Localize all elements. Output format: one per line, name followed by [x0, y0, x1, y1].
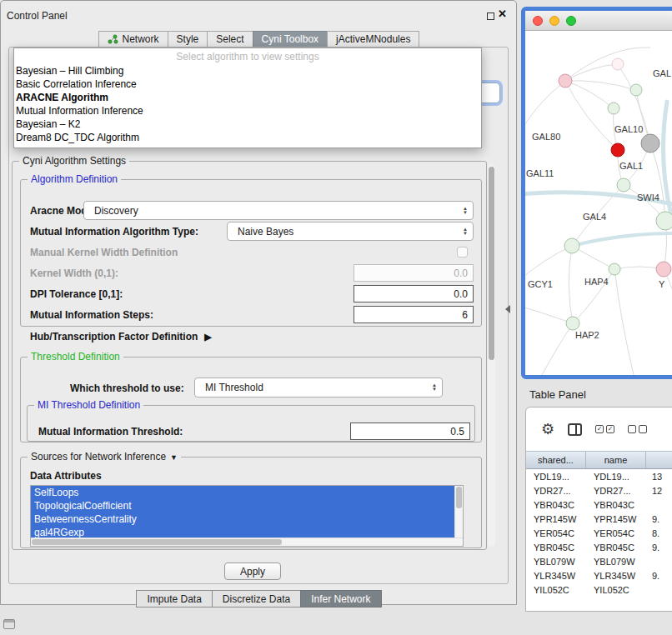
algorithm-option-basic-correlation-inference[interactable]: Basic Correlation Inference: [14, 78, 481, 91]
table-row[interactable]: YLR345WYLR345W9.: [526, 568, 672, 582]
mi-threshold-field[interactable]: 0.5: [350, 422, 470, 440]
sources-group-toggle[interactable]: Sources for Network Inference▼: [28, 451, 181, 462]
column-header-extra[interactable]: [646, 452, 672, 468]
settings-scrollbar-thumb[interactable]: [489, 167, 494, 360]
tab-jactivemnodules[interactable]: jActiveMNodules: [327, 31, 419, 48]
apply-button[interactable]: Apply: [224, 562, 281, 580]
threshold-definition-title: Threshold Definition: [28, 351, 123, 362]
table-cell: YBR043C: [526, 500, 586, 510]
network-node-label: GCY1: [528, 279, 553, 289]
network-window-titlebar[interactable]: [525, 11, 672, 31]
network-node[interactable]: [564, 238, 579, 253]
tab-select[interactable]: Select: [207, 31, 253, 48]
algorithm-option-mutual-information-inference[interactable]: Mutual Information Inference: [14, 104, 481, 118]
table-row[interactable]: YIL052CYIL052C: [526, 582, 672, 597]
manual-kernel-width-checkbox[interactable]: [457, 247, 468, 258]
network-edge[interactable]: [525, 306, 573, 323]
panel-collapse-arrow[interactable]: [505, 305, 510, 313]
table-row[interactable]: YER054CYER054C8.: [526, 526, 672, 540]
attributes-vertical-scrollbar[interactable]: [454, 486, 463, 538]
tab-style[interactable]: Style: [168, 31, 208, 48]
which-threshold-value: MI Threshold: [205, 382, 263, 393]
network-edge[interactable]: [565, 81, 618, 150]
dpi-tolerance-field[interactable]: 0.0: [354, 285, 474, 302]
network-node[interactable]: [566, 317, 579, 330]
table-cell: YBR045C: [586, 542, 646, 552]
algorithm-option-aracne-algorithm[interactable]: ARACNE Algorithm: [14, 91, 481, 104]
attributes-hscroll-thumb[interactable]: [32, 539, 282, 545]
tab-cyni-toolbox[interactable]: Cyni Toolbox: [253, 31, 328, 48]
attribute-item-selfloops[interactable]: SelfLoops: [31, 486, 454, 499]
tab-network[interactable]: Network: [98, 31, 168, 48]
bottom-tab-impute-data[interactable]: Impute Data: [136, 590, 212, 608]
checked-box-icon: ✓: [595, 425, 604, 433]
bottom-tab-infer-network[interactable]: Infer Network: [300, 590, 381, 608]
column-header-shared[interactable]: shared...: [526, 452, 586, 468]
network-node[interactable]: [611, 143, 624, 157]
network-canvas[interactable]: GAL80GAL10GAL11GAL1SWI4GAL4GCY1HAP4HAP2G…: [525, 31, 672, 375]
network-edge[interactable]: [572, 233, 672, 246]
column-header-name[interactable]: name: [586, 452, 646, 468]
network-edge[interactable]: [525, 246, 572, 281]
minimize-traffic-light-icon[interactable]: [549, 16, 559, 26]
close-icon[interactable]: ✕: [498, 8, 507, 20]
unchecked-box-icon: [639, 425, 647, 433]
table-row[interactable]: YDL19...YDL19...13: [526, 469, 672, 483]
table-row[interactable]: YBR045CYBR045C9.: [526, 540, 672, 554]
zoom-traffic-light-icon[interactable]: [566, 16, 576, 26]
deselect-all-columns-icon[interactable]: [628, 425, 647, 433]
combo-arrows-icon: ▲▼: [463, 228, 468, 236]
algorithm-option-dream8-dc-tdc-algorithm[interactable]: Dream8 DC_TDC Algorithm: [14, 131, 481, 144]
network-edge[interactable]: [565, 64, 618, 81]
kernel-width-field[interactable]: 0.0: [354, 264, 474, 282]
table-cell: YBL079W: [526, 557, 586, 567]
network-node[interactable]: [612, 58, 624, 70]
hub-definition-toggle[interactable]: Hub/Transcription Factor Definition▶: [30, 331, 212, 342]
network-node[interactable]: [609, 263, 620, 275]
which-threshold-combobox[interactable]: MI Threshold ▲▼: [194, 378, 443, 398]
network-node[interactable]: [630, 84, 642, 96]
columns-icon[interactable]: [568, 423, 582, 436]
attribute-item-betweennesscentrality[interactable]: BetweennessCentrality: [31, 512, 454, 526]
network-node[interactable]: [559, 74, 572, 88]
network-edge[interactable]: [542, 323, 573, 375]
attributes-vscroll-thumb[interactable]: [456, 487, 462, 508]
attributes-horizontal-scrollbar[interactable]: [31, 538, 463, 546]
table-row[interactable]: YBL079WYBL079W: [526, 554, 672, 568]
algorithm-option-bayesian-hill-climbing[interactable]: Bayesian – Hill Climbing: [14, 64, 481, 78]
select-all-columns-icon[interactable]: ✓ ✓: [595, 425, 614, 433]
network-edge[interactable]: [569, 246, 573, 323]
network-node[interactable]: [617, 178, 630, 192]
table-row[interactable]: YPR145WYPR145W9.: [526, 512, 672, 526]
bottom-tab-discretize-data[interactable]: Discretize Data: [212, 590, 301, 608]
table-cell: YIL052C: [526, 585, 586, 595]
table-cell: 13: [646, 472, 672, 482]
aracne-mode-combobox[interactable]: Discovery ▲▼: [83, 201, 474, 220]
minimized-panel-icon[interactable]: [3, 619, 15, 629]
close-traffic-light-icon[interactable]: [533, 16, 543, 26]
network-node[interactable]: [656, 262, 671, 277]
mi-algorithm-type-combobox[interactable]: Naive Bayes ▲▼: [227, 222, 474, 241]
checked-box-icon: ✓: [606, 425, 614, 433]
attribute-item-topologicalcoefficient[interactable]: TopologicalCoefficient: [31, 499, 454, 512]
float-window-icon[interactable]: [487, 12, 494, 20]
network-node[interactable]: [608, 102, 619, 114]
network-icon: [108, 34, 118, 44]
table-cell: YBR043C: [586, 500, 646, 510]
algorithm-option-bayesian-k2[interactable]: Bayesian – K2: [14, 118, 481, 131]
network-edge[interactable]: [565, 48, 650, 81]
table-cell: YBR045C: [526, 542, 586, 552]
combo-arrows-icon: ▲▼: [432, 383, 437, 392]
network-edge[interactable]: [614, 269, 634, 375]
tab-label: Network: [123, 33, 159, 45]
table-row[interactable]: YBR043CYBR043C: [526, 498, 672, 512]
table-row[interactable]: YDR27...YDR27...12: [526, 483, 672, 498]
network-node[interactable]: [641, 134, 659, 152]
tab-label: Cyni Toolbox: [262, 33, 318, 45]
network-edge[interactable]: [525, 81, 565, 135]
mi-steps-field[interactable]: 6: [354, 306, 474, 323]
data-attributes-list: SelfLoopsTopologicalCoefficientBetweenne…: [30, 485, 464, 547]
network-node[interactable]: [656, 212, 672, 230]
settings-scrollbar[interactable]: [488, 164, 495, 547]
gear-icon[interactable]: ⚙: [541, 422, 554, 437]
